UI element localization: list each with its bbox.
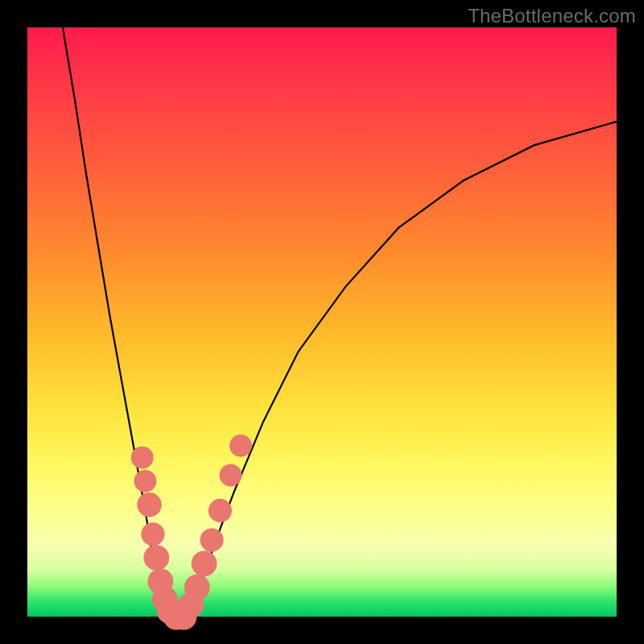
data-marker (208, 499, 232, 522)
data-marker (200, 528, 224, 551)
curve-right-branch (187, 122, 617, 617)
data-marker (184, 575, 210, 601)
data-marker (141, 522, 164, 546)
data-marker (137, 493, 161, 517)
marker-group (131, 435, 252, 630)
data-marker (192, 551, 217, 576)
plot-area (27, 27, 617, 617)
data-marker (134, 470, 157, 493)
data-marker (143, 545, 169, 571)
data-marker (229, 435, 252, 457)
outer-frame: TheBottleneck.com (0, 0, 644, 644)
data-marker (131, 447, 154, 469)
data-marker (220, 464, 242, 486)
watermark-text: TheBottleneck.com (468, 5, 636, 27)
curve-svg (27, 27, 617, 617)
